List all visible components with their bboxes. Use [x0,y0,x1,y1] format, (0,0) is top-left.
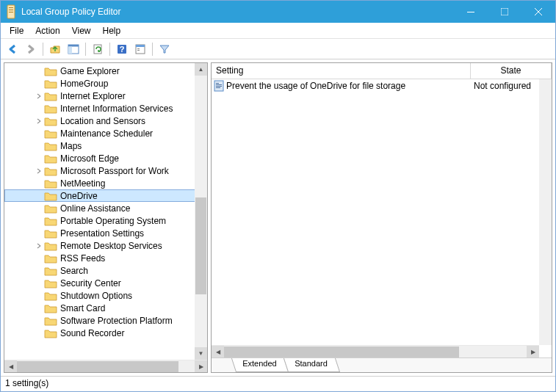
tree-item[interactable]: Maps [4,139,207,152]
tree-item[interactable]: Microsoft Edge [4,152,207,164]
tree-item[interactable]: RSS Feeds [4,252,207,264]
tree-item-label: RSS Feeds [60,253,105,264]
tree-item[interactable]: Smart Card [4,302,207,314]
tree-item[interactable]: Security Center [4,277,207,289]
tree-item-label: Maintenance Scheduler [60,128,153,139]
tree-item[interactable]: Presentation Settings [4,227,207,239]
chevron-right-icon [35,316,44,325]
app-icon [5,4,17,19]
scroll-left-icon[interactable]: ◀ [212,346,224,357]
scroll-thumb[interactable] [224,346,459,357]
folder-icon [44,79,57,89]
chevron-right-icon [35,154,44,163]
maximize-button[interactable] [488,1,521,23]
tree-item-label: Search [60,266,88,276]
folder-icon [44,216,57,226]
tree-item[interactable]: Portable Operating System [4,214,207,227]
up-button[interactable] [46,40,64,58]
properties-button[interactable] [131,40,149,58]
tree-item[interactable]: HomeGroup [4,77,207,90]
tree-item[interactable]: Software Protection Platform [4,314,207,327]
chevron-right-icon [35,104,44,113]
chevron-right-icon [35,192,44,200]
scroll-thumb[interactable] [195,197,206,294]
tree-item[interactable]: Game Explorer [4,65,207,77]
tree-item-label: OneDrive [60,191,98,201]
tree-item-label: Smart Card [60,303,105,313]
chevron-right-icon [35,291,44,300]
tree-item-label: Online Assistance [60,203,130,214]
tree-item[interactable]: Internet Information Services [4,102,207,115]
svg-rect-17 [216,83,219,84]
list-body[interactable]: Prevent the usage of OneDrive for file s… [212,79,552,345]
minimize-button[interactable] [454,1,488,23]
svg-rect-8 [68,46,72,54]
scroll-track[interactable] [224,346,527,357]
svg-rect-2 [9,10,13,10]
folder-icon [44,153,57,164]
toolbar-separator [85,43,86,56]
chevron-right-icon[interactable] [35,117,44,126]
tree-item-label: HomeGroup [60,79,108,89]
forward-button[interactable] [22,40,40,58]
tree-item[interactable]: Maintenance Scheduler [4,127,207,139]
tree-item-label: Location and Sensors [60,116,145,126]
chevron-right-icon[interactable] [35,242,44,250]
show-hide-tree-button[interactable] [65,40,82,58]
tree-item[interactable]: NetMeeting [4,177,207,189]
tree-item[interactable]: Location and Sensors [4,115,207,127]
close-button[interactable] [521,1,555,23]
chevron-right-icon [35,129,44,138]
scroll-track[interactable] [17,360,195,372]
filter-button[interactable] [156,40,173,58]
chevron-right-icon[interactable] [35,167,44,175]
details-vertical-scrollbar[interactable] [539,79,552,345]
folder-icon [44,128,57,139]
back-button[interactable] [4,40,21,58]
tree-body[interactable]: Game ExplorerHomeGroupInternet ExplorerI… [4,63,207,360]
tree-item-label: NetMeeting [60,178,105,189]
tree-item-label: Maps [60,141,82,151]
chevron-right-icon [35,179,44,188]
svg-rect-3 [9,12,13,12]
folder-icon [44,203,57,214]
scroll-up-icon[interactable]: ▲ [195,63,207,76]
tree-item[interactable]: Online Assistance [4,202,207,214]
scroll-down-icon[interactable]: ▼ [195,347,207,360]
tree-item[interactable]: Remote Desktop Services [4,239,207,252]
column-state[interactable]: State [471,63,552,79]
menu-file[interactable]: File [4,24,29,37]
tree-horizontal-scrollbar[interactable]: ◀ ▶ [4,360,207,372]
svg-rect-15 [137,50,140,51]
scroll-left-icon[interactable]: ◀ [4,360,17,372]
refresh-button[interactable] [89,40,106,58]
list-item[interactable]: Prevent the usage of OneDrive for file s… [212,79,552,92]
chevron-right-icon[interactable] [35,92,44,101]
menu-help[interactable]: Help [97,24,127,37]
details-horizontal-scrollbar[interactable]: ◀ ▶ [212,345,539,357]
tree-item[interactable]: Internet Explorer [4,90,207,102]
tree-item[interactable]: Search [4,264,207,277]
titlebar: Local Group Policy Editor [1,1,555,23]
tree-item[interactable]: Shutdown Options [4,289,207,302]
scroll-track[interactable] [195,76,207,347]
folder-icon [44,178,57,189]
menu-action[interactable]: Action [29,24,65,37]
tab-extended[interactable]: Extended [231,358,289,372]
tab-standard[interactable]: Standard [284,358,340,372]
tree-item[interactable]: Sound Recorder [4,327,207,339]
tree-item-label: Internet Information Services [60,104,173,114]
folder-icon [44,66,57,76]
column-setting[interactable]: Setting [212,63,471,79]
chevron-right-icon [35,279,44,288]
menu-view[interactable]: View [66,24,97,37]
folder-icon [44,191,57,201]
scroll-right-icon[interactable]: ▶ [527,346,539,357]
scroll-right-icon[interactable]: ▶ [195,360,207,372]
help-button[interactable]: ? [113,40,131,58]
tree-item[interactable]: OneDrive [4,189,207,202]
scroll-thumb[interactable] [17,361,178,372]
tree-vertical-scrollbar[interactable]: ▲ ▼ [195,63,207,360]
chevron-right-icon [35,229,44,238]
tree-item[interactable]: Microsoft Passport for Work [4,164,207,177]
